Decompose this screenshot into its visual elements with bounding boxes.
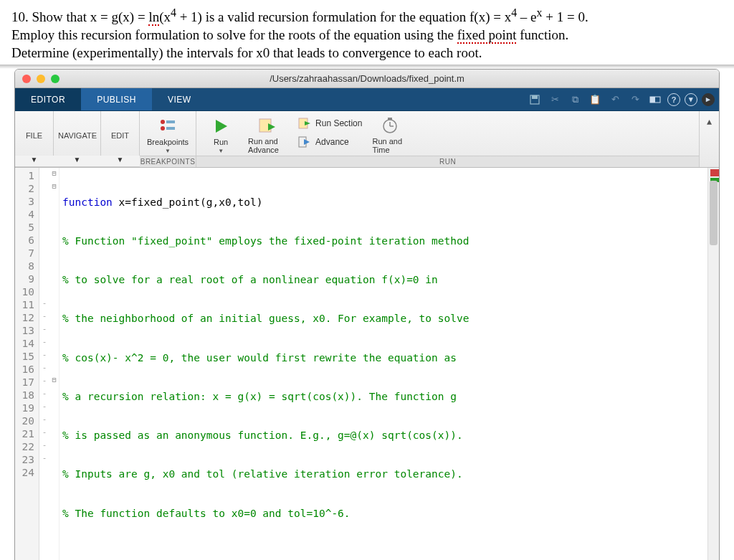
collapse-ribbon-icon[interactable]: ▴ [700,111,719,131]
dropdown-navigate[interactable]: ▼ [54,156,101,166]
breakpoints-icon [158,116,178,136]
run-section-icon [298,118,311,129]
scroll-thumb[interactable] [710,181,718,245]
svg-rect-18 [388,118,392,120]
svg-rect-1 [532,95,538,99]
text: Employ this recursion formulation to sol… [11,27,457,42]
tab-view[interactable]: VIEW [152,88,207,110]
code-content[interactable]: function x=fixed_point(g,x0,tol) % Funct… [59,168,469,560]
run-button[interactable]: Run ▼ [204,116,238,154]
svg-rect-3 [650,97,655,103]
group-label: RUN [196,156,699,167]
undo-icon[interactable]: ↶ [607,92,623,108]
text: – e [517,9,536,24]
run-icon [211,116,231,136]
label: Run and Advance [248,137,288,154]
text: + 1) is a valid recursion formulation fo… [176,9,511,24]
svg-rect-7 [166,127,175,130]
help-icon[interactable]: ? [667,93,680,106]
group-edit[interactable]: EDIT [101,111,140,156]
run-advance-button[interactable]: Run and Advance [248,115,288,154]
paste-icon[interactable]: 📋 [587,92,603,108]
group-file[interactable]: FILE [15,111,54,156]
svg-point-4 [161,120,165,124]
run-time-icon [380,115,400,136]
label: Breakpoints [147,138,189,146]
line-number-gutter: 123456789101112131415161718192021222324 [15,168,39,560]
problem-statement: 10. Show that x = g(x) = ln(x4 + 1) is a… [0,0,734,65]
code-editor[interactable]: 123456789101112131415161718192021222324 … [15,168,719,560]
label: Advance [315,137,349,147]
text: function. [516,27,568,42]
group-label: BREAKPOINTS [140,156,196,167]
breakpoint-margin[interactable]: ------------- [39,168,49,560]
advance-icon [298,136,311,148]
dropdown-edit[interactable]: ▼ [101,156,140,166]
titlebar: /Users/zahraahassan/Downloads/fixed_poin… [15,70,719,88]
action-icon[interactable]: ▸ [702,93,715,106]
group-navigate[interactable]: NAVIGATE [54,111,101,156]
text: 4 [511,6,517,19]
window-title: /Users/zahraahassan/Downloads/fixed_poin… [15,73,719,84]
label: Run and Time [372,137,408,154]
vertical-scrollbar[interactable] [707,168,719,560]
run-section-button[interactable]: Run Section [298,118,362,129]
group-breakpoints: Breakpoints ▼ BREAKPOINTS [140,111,196,167]
label: Run [214,138,228,146]
text: fixed point [457,27,517,44]
text: + 1 = 0. [542,9,588,24]
group-run: Run ▼ Run and Advance Run Section Advanc… [196,111,700,167]
svg-marker-14 [304,139,310,145]
toolstrip: FILE NAVIGATE EDIT ▼ ▼ ▼ Breakpoints ▼ B… [15,111,719,168]
matlab-editor-window: /Users/zahraahassan/Downloads/fixed_poin… [14,69,720,560]
text: 10. Show that x = g(x) = [11,9,148,24]
svg-rect-5 [166,120,175,123]
svg-marker-10 [268,123,275,130]
save-icon[interactable] [527,92,543,108]
label: Run Section [315,118,362,128]
text: (x [159,9,171,24]
ribbon-tabs: EDITOR PUBLISH VIEW ✂ ⧉ 📋 ↶ ↷ ? ▾ ▸ [15,88,719,111]
tab-editor[interactable]: EDITOR [15,88,81,110]
svg-point-6 [161,126,165,130]
fold-margin[interactable]: ⊟⊟⊟ [49,168,59,560]
run-advance-icon [258,115,278,136]
tab-publish[interactable]: PUBLISH [81,88,152,110]
redo-icon[interactable]: ↷ [627,92,643,108]
text: 4 [171,6,176,19]
dropdown-file[interactable]: ▼ [15,156,54,166]
advance-button[interactable]: Advance [298,136,362,148]
svg-marker-8 [216,120,227,133]
copy-icon[interactable]: ⧉ [567,92,583,108]
cut-icon[interactable]: ✂ [547,92,563,108]
search-dropdown-icon[interactable]: ▾ [685,93,697,106]
text: Determine (experimentally) the intervals… [11,44,723,62]
error-marker[interactable] [710,169,719,176]
breakpoints-button[interactable]: Breakpoints ▼ [147,116,189,154]
toggle-icon[interactable] [647,92,663,108]
run-time-button[interactable]: Run and Time [372,115,408,154]
text: ln [148,9,159,26]
